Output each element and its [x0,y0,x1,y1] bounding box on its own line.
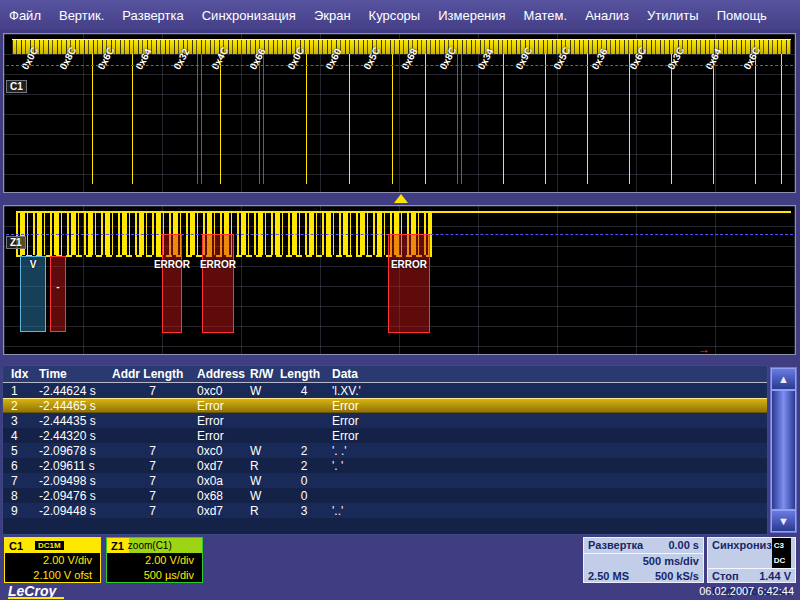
scroll-up-icon[interactable]: ▲ [771,368,796,390]
timebase-samplerate: 500 kS/s [655,569,699,584]
region-label: ERROR [391,259,427,270]
col-header-idx[interactable]: Idx [3,367,37,381]
table-row[interactable]: 2-2.44465 sErrorError [3,398,767,413]
cell-data: Error [330,429,767,443]
scroll-down-icon[interactable]: ▼ [771,510,796,532]
cell-data: '. ' [330,459,767,473]
cell-r-w: R [248,504,278,518]
col-header-data[interactable]: Data [330,367,767,381]
cell-r-w: W [248,489,278,503]
trigger-position-marker [394,194,408,203]
timebase-tdiv: 500 ms/div [643,554,699,569]
trigger-title: Синхрониз [712,538,772,568]
cell-addr-length: 7 [110,504,195,518]
col-header-address[interactable]: Address [195,367,248,381]
trace-edge-line [259,54,260,184]
cell-idx: 6 [3,459,37,473]
timebase-offset: 0.00 s [668,538,699,553]
cell-length: 3 [278,504,330,518]
trace-edge-line [392,54,393,184]
table-row[interactable]: 3-2.44435 sErrorError [3,413,767,428]
z1-status-box[interactable]: Z1 zoom(C1) 2.00 V/div 500 µs/div [106,537,203,583]
col-header-time[interactable]: Time [37,367,110,381]
cell-address: 0xd7 [195,459,248,473]
c1-coupling-badge: DC1M [35,541,64,550]
cell-r-w: W [248,444,278,458]
cell-addr-length: 7 [110,444,195,458]
logo-underline [8,597,64,599]
c1-title: C1 [9,540,23,552]
region-label: ERROR [200,259,236,270]
table-row[interactable]: 7-2.09498 s70x0aW0 [3,473,767,488]
table-body: 1-2.44624 s70xc0W4'l.XV.'2-2.44465 sErro… [3,383,767,518]
cell-idx: 4 [3,429,37,443]
cell-time: -2.09498 s [37,474,110,488]
menu-item-Файл[interactable]: Файл [0,8,50,23]
table-row[interactable]: 5-2.09678 s70xc0W2'. .' [3,443,767,458]
z1-source: zoom(C1) [128,540,172,551]
trigger-status-box[interactable]: Синхрониз C3 DC Стоп 1.44 V Edge Положит [707,537,796,583]
cell-time: -2.09448 s [37,504,110,518]
table-row[interactable]: 9-2.09448 s70xd7R3'..' [3,503,767,518]
timebase-title: Развертка [588,538,643,553]
trace-edge-line [755,54,756,184]
table-row[interactable]: 1-2.44624 s70xc0W4'l.XV.' [3,383,767,398]
table-row[interactable]: 8-2.09476 s70x68W0 [3,488,767,503]
table-header-row: IdxTimeAddr LengthAddressR/WLengthData [3,366,767,383]
error-region: ERROR [202,234,234,333]
menu-item-Курсоры[interactable]: Курсоры [360,8,430,23]
trace-edge-line [132,54,133,184]
trace-edge-line [587,54,588,184]
col-header-r-w[interactable]: R/W [248,367,278,381]
cell-time: -2.44320 s [37,429,110,443]
cell-idx: 5 [3,444,37,458]
timebase-memory: 2.50 MS [588,569,629,584]
menu-item-Синхронизация[interactable]: Синхронизация [193,8,305,23]
zoom-waveform-panel[interactable]: Z1 V-ERRORERRORERROR → [3,205,796,355]
menu-item-Экран[interactable]: Экран [305,8,360,23]
analog-waveform-panel[interactable]: 0x0C0x8C0x6C0x640x320x4C0x660x0C0x600x5C… [3,33,796,193]
decode-table: IdxTimeAddr LengthAddressR/WLengthData 1… [2,365,768,535]
table-scrollbar[interactable]: ▲ ▼ [770,367,797,533]
col-header-length[interactable]: Length [278,367,330,381]
menu-item-Развертка[interactable]: Развертка [113,8,192,23]
trigger-mode: Стоп [712,569,739,584]
trace-edge-line [713,54,714,184]
cell-length: 0 [278,474,330,488]
c1-status-box[interactable]: C1 DC1M 2.00 V/div 2.100 V ofst [4,537,101,583]
error-region: - [50,256,66,332]
trace-edge-line [629,54,630,184]
col-header-addr-length[interactable]: Addr Length [110,367,195,381]
trace-edge-line [457,54,458,184]
menu-item-Измерения[interactable]: Измерения [429,8,514,23]
error-region: ERROR [388,234,430,333]
scrollbar-thumb[interactable] [771,390,796,510]
cell-time: -2.09678 s [37,444,110,458]
cell-address: 0x68 [195,489,248,503]
cursor-line [6,65,793,66]
cell-address: 0xc0 [195,444,248,458]
c1-offset: 2.100 V ofst [5,568,100,583]
menu-item-Помощь[interactable]: Помощь [708,8,776,23]
menu-item-Вертик.[interactable]: Вертик. [50,8,113,23]
cell-time: -2.44435 s [37,414,110,428]
trace-edge-line [263,54,264,184]
trace-edge-line [220,54,221,184]
menu-item-Матем.[interactable]: Матем. [515,8,577,23]
menu-item-Утилиты[interactable]: Утилиты [638,8,708,23]
cell-idx: 2 [3,399,37,413]
trace-edge-line [197,54,198,184]
table-row[interactable]: 4-2.44320 sErrorError [3,428,767,443]
trace-edge-line [503,54,504,184]
region-label: V [30,259,37,270]
trigger-source-badge: C3 DC [772,538,791,568]
trace-edge-line [545,54,546,184]
trace-edge-line [781,54,782,184]
timebase-status-box[interactable]: Развертка 0.00 s 500 ms/div 2.50 MS 500 … [583,537,704,583]
cell-addr-length: 7 [110,459,195,473]
table-row[interactable]: 6-2.09611 s70xd7R2'. ' [3,458,767,473]
cell-address: 0xc0 [195,384,248,398]
error-region: ERROR [162,234,182,333]
menu-item-Анализ[interactable]: Анализ [576,8,638,23]
cell-data: '. .' [330,444,767,458]
